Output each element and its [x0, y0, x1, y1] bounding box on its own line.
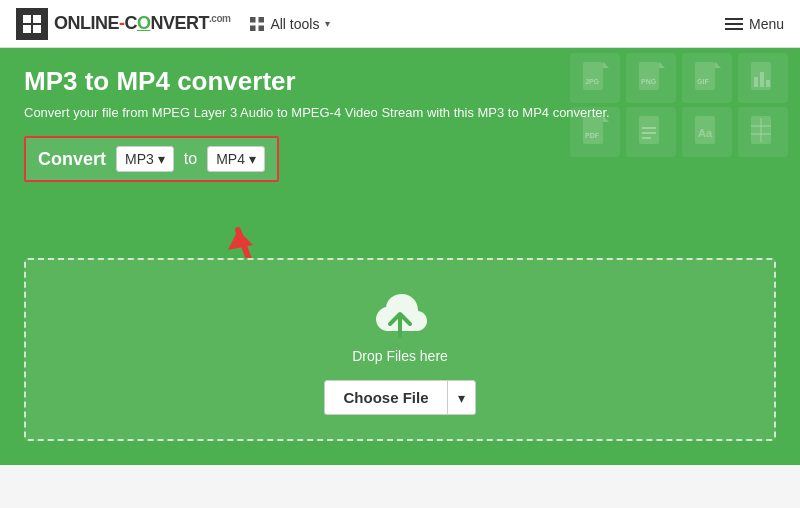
banner-icons: JPG PNG GIF PDF Aa: [570, 53, 790, 157]
svg-text:PNG: PNG: [641, 78, 657, 85]
hamburger-icon: [725, 18, 743, 30]
choose-file-label: Choose File: [325, 381, 447, 414]
svg-marker-12: [659, 62, 665, 68]
svg-marker-35: [228, 230, 253, 250]
svg-rect-18: [754, 77, 758, 87]
svg-rect-21: [583, 116, 603, 144]
svg-rect-7: [259, 25, 265, 31]
file-icon-pdf: PDF: [570, 107, 620, 157]
file-icon-gif: GIF: [682, 53, 732, 103]
all-tools-label: All tools: [270, 16, 319, 32]
grid-icon: [250, 17, 264, 31]
svg-rect-5: [259, 17, 265, 23]
logo: ONLINE-CONVERT.com: [16, 8, 230, 40]
convert-label: Convert: [38, 149, 106, 170]
svg-text:JPG: JPG: [585, 78, 600, 85]
banner: MP3 to MP4 converter Convert your file f…: [0, 48, 800, 258]
svg-rect-14: [695, 62, 715, 90]
header: ONLINE-CONVERT.com All tools ▾ Menu: [0, 0, 800, 48]
svg-text:PDF: PDF: [585, 132, 600, 139]
drop-zone[interactable]: Drop Files here Choose File ▾: [24, 258, 776, 441]
chevron-down-icon: ▾: [325, 18, 330, 29]
to-label: to: [184, 150, 197, 168]
to-format-value: MP4: [216, 151, 245, 167]
svg-rect-8: [583, 62, 603, 90]
drop-text: Drop Files here: [352, 348, 448, 364]
file-icon-xls: [738, 107, 788, 157]
svg-rect-20: [766, 80, 770, 87]
svg-rect-2: [23, 25, 31, 33]
cloud-upload-icon: [368, 290, 432, 340]
to-format-select[interactable]: MP4 ▾: [207, 146, 265, 172]
arrow-annotation: [228, 210, 308, 258]
svg-rect-6: [250, 25, 256, 31]
all-tools-nav[interactable]: All tools ▾: [250, 16, 330, 32]
file-icon-png: PNG: [626, 53, 676, 103]
from-format-select[interactable]: MP3 ▾: [116, 146, 174, 172]
svg-marker-9: [603, 62, 609, 68]
svg-marker-15: [715, 62, 721, 68]
choose-file-chevron-icon: ▾: [448, 382, 475, 414]
svg-text:GIF: GIF: [697, 78, 709, 85]
from-format-value: MP3: [125, 151, 154, 167]
svg-rect-4: [250, 17, 256, 23]
menu-button[interactable]: Menu: [725, 16, 784, 32]
svg-rect-0: [23, 15, 31, 23]
to-format-chevron: ▾: [249, 151, 256, 167]
file-icon-doc: [626, 107, 676, 157]
menu-label: Menu: [749, 16, 784, 32]
logo-text: ONLINE-CONVERT.com: [54, 13, 230, 34]
logo-icon: [16, 8, 48, 40]
svg-rect-19: [760, 72, 764, 87]
svg-rect-24: [639, 116, 659, 144]
svg-text:Aa: Aa: [698, 127, 713, 139]
file-icon-aa: Aa: [682, 107, 732, 157]
convert-row: Convert MP3 ▾ to MP4 ▾: [24, 136, 279, 182]
choose-file-button[interactable]: Choose File ▾: [324, 380, 475, 415]
svg-rect-1: [33, 15, 41, 23]
svg-rect-11: [639, 62, 659, 90]
svg-rect-3: [33, 25, 41, 33]
svg-marker-22: [603, 116, 609, 122]
main-content: Drop Files here Choose File ▾: [0, 258, 800, 465]
file-icon-jpg: JPG: [570, 53, 620, 103]
file-icon-chart: [738, 53, 788, 103]
from-format-chevron: ▾: [158, 151, 165, 167]
